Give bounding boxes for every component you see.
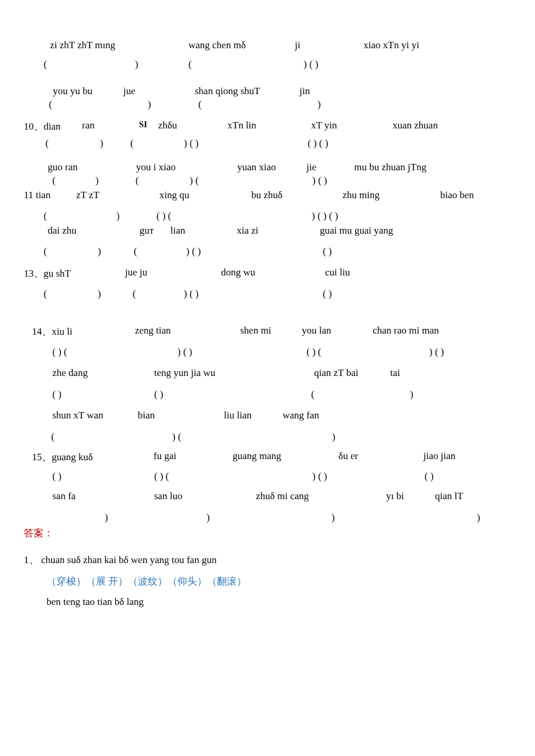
text-run: guang mang — [233, 450, 281, 462]
text-run: ( — [44, 59, 47, 70]
text-run: liu lian — [224, 410, 252, 421]
text-run: ) ( ) — [429, 346, 444, 358]
text-run: ) — [206, 512, 210, 524]
text-run: ( ) — [52, 471, 62, 482]
text-run: lian — [170, 225, 186, 237]
text-run: ( — [49, 99, 52, 110]
text-run: ) ( ) — [186, 246, 201, 257]
text-run: 13、gu shT — [24, 267, 71, 280]
text-run: ( — [44, 210, 47, 222]
text-run: shen mi — [240, 325, 271, 336]
text-run: ( — [45, 138, 49, 149]
text-run: you yu bu — [53, 85, 92, 97]
text-run: ( — [311, 389, 315, 400]
text-run: guo ran — [48, 162, 77, 173]
text-run: SI — [139, 120, 147, 130]
text-run: ( ) ( — [156, 210, 171, 222]
text-run: ) — [98, 246, 101, 257]
text-run: qian lT — [435, 490, 463, 502]
text-run: ) — [410, 389, 413, 400]
text-run: 1、 chuan suδ zhan kai bδ wen yang tou fa… — [24, 553, 216, 567]
text-run: you i xiao — [136, 162, 176, 173]
text-run: ) ( ) — [312, 471, 327, 482]
text-run: ) — [135, 59, 138, 70]
text-run: ( — [188, 59, 192, 70]
text-run: ) ( — [190, 175, 199, 187]
text-run: guт — [140, 225, 154, 237]
text-run: ) — [116, 210, 120, 222]
text-run: 10、dian — [24, 120, 60, 133]
text-run: ( — [198, 99, 202, 110]
text-run: bu zhuδ — [251, 189, 283, 201]
text-run: wang chen mδ — [188, 40, 246, 51]
text-run: xT yin — [311, 120, 337, 131]
document-page: zi zhT zhT mıngwang chen mδjixiao xTn yi… — [0, 0, 535, 756]
text-run: ) ( ) — [312, 175, 327, 187]
text-run: ( — [51, 431, 55, 443]
text-run: ) ( ) — [304, 59, 318, 70]
text-run: ji — [295, 40, 300, 51]
text-run: ( ) ( — [306, 346, 321, 358]
text-run: san fa — [52, 490, 76, 502]
text-run: ) — [318, 99, 321, 110]
text-run: bian — [138, 410, 155, 421]
text-run: zhδu — [158, 120, 177, 131]
text-run: san luo — [154, 490, 183, 502]
text-run: zT zT — [76, 189, 99, 201]
text-run: 答案： — [24, 526, 54, 540]
text-run: dong wu — [221, 267, 255, 278]
text-run: ( — [44, 246, 47, 257]
text-run: ( ) ( ) — [308, 138, 328, 149]
text-run: ( — [52, 175, 56, 187]
text-run: xia zi — [237, 225, 258, 237]
text-run: ( ) — [154, 389, 163, 400]
text-run: ( — [134, 246, 137, 257]
text-run: ) ( ) — [184, 288, 198, 300]
text-run: ) ( — [172, 431, 181, 443]
text-run: ) — [477, 512, 480, 524]
text-run: xiao xTn yi yi — [363, 40, 419, 51]
text-run: ) ( ) — [184, 138, 198, 149]
text-run: fu gai — [154, 450, 176, 462]
text-run: ( ) ( — [154, 471, 169, 482]
text-run: xTn lin — [227, 120, 256, 131]
text-run: you lan — [302, 325, 331, 336]
text-run: qian zT bai — [314, 367, 358, 379]
text-run: dai zhu — [48, 225, 77, 237]
text-run: ( ) — [52, 389, 62, 400]
text-run: wang fan — [283, 410, 319, 421]
text-run: ( ) — [323, 288, 332, 300]
text-run: xing qu — [159, 189, 189, 201]
text-run: teng yun jia wu — [154, 367, 215, 379]
text-run: shan qiong shuT — [195, 85, 260, 97]
text-run: jiao jian — [423, 450, 455, 462]
text-run: δu er — [338, 450, 358, 462]
text-run: ben teng tao tian bδ lang — [47, 596, 144, 608]
text-run: jin — [299, 85, 310, 97]
text-run: ) — [331, 512, 335, 524]
text-run: yuan xiao — [237, 162, 276, 173]
text-run: zhe dang — [52, 367, 88, 379]
text-run: cui liu — [325, 267, 350, 278]
text-run: yı bi — [386, 490, 404, 502]
text-run: zhuδ mi cang — [256, 490, 309, 502]
text-run: shun xT wan — [52, 410, 104, 421]
text-run: ) — [100, 138, 104, 149]
text-run: ( — [130, 138, 134, 149]
text-run: mu bu zhuan jTng — [354, 162, 426, 173]
text-run: jie — [306, 162, 316, 173]
text-run: tai — [390, 367, 400, 379]
text-run: 14、xiu li — [32, 325, 72, 338]
text-run: （穿梭）（展 开）（波纹）（仰头）（翻滚） — [47, 575, 247, 588]
text-run: ) — [98, 288, 101, 300]
text-run: ) — [332, 431, 336, 443]
text-run: zhu ming — [343, 189, 380, 201]
text-run: zeng tian — [135, 325, 171, 336]
text-run: ( — [135, 175, 139, 187]
text-run: xuan zhuan — [393, 120, 438, 131]
text-run: biao ben — [440, 189, 474, 201]
text-run: ( ) — [425, 471, 434, 482]
text-run: zi zhT zhT mıng — [50, 40, 115, 51]
text-run: jue ju — [125, 267, 147, 278]
text-run: ( — [133, 288, 136, 300]
